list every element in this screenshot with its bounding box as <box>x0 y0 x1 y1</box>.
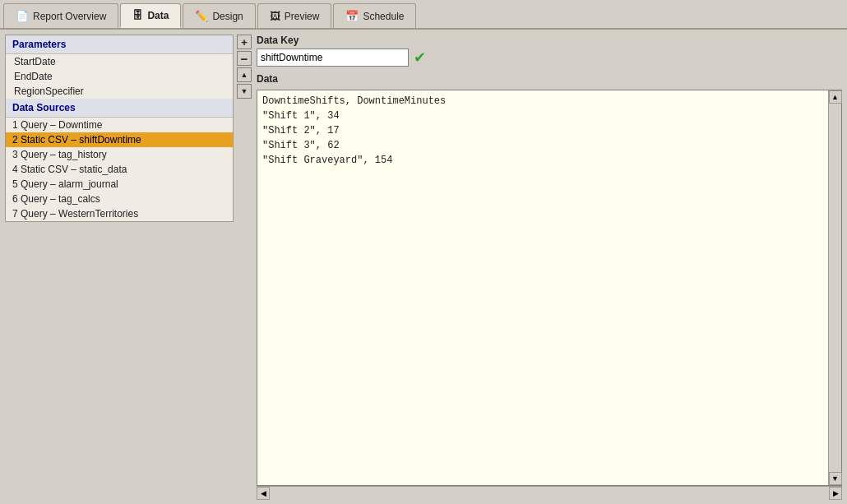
left-panel: Parameters StartDate EndDate RegionSpeci… <box>5 35 234 222</box>
tab-design[interactable]: ✏️ Design <box>183 3 255 28</box>
datasource-1[interactable]: 1 Query – Downtime <box>6 118 233 132</box>
data-key-input[interactable] <box>257 49 409 67</box>
tab-data-label: Data <box>147 10 169 21</box>
horizontal-scrollbar[interactable]: ◀ ▶ <box>257 486 842 499</box>
param-startdate[interactable]: StartDate <box>6 54 233 69</box>
datasource-2[interactable]: 2 Static CSV – shiftDowntime <box>6 132 233 147</box>
side-toolbar: + − ▲ ▼ <box>237 35 252 99</box>
tab-bar: 📄 Report Overview 🗄 Data ✏️ Design 🖼 Pre… <box>0 0 847 30</box>
tab-data[interactable]: 🗄 Data <box>120 3 181 28</box>
tab-report-overview[interactable]: 📄 Report Overview <box>3 3 118 28</box>
left-section: Parameters StartDate EndDate RegionSpeci… <box>5 35 252 499</box>
tab-design-label: Design <box>212 11 243 22</box>
data-content-area: DowntimeShifts, DowntimeMinutes "Shift 1… <box>257 90 842 499</box>
data-section-label: Data <box>257 73 842 85</box>
tab-schedule[interactable]: 📅 Schedule <box>333 3 416 28</box>
tab-schedule-label: Schedule <box>363 11 404 22</box>
data-icon: 🗄 <box>132 9 143 21</box>
datasource-7[interactable]: 7 Query – WesternTerritories <box>6 206 233 221</box>
scroll-track-h <box>270 487 829 499</box>
datasource-4[interactable]: 4 Static CSV – static_data <box>6 162 233 177</box>
data-key-section: Data Key ✔ <box>257 35 842 67</box>
scroll-down-arrow[interactable]: ▼ <box>829 472 842 485</box>
datasource-5[interactable]: 5 Query – alarm_journal <box>6 177 233 192</box>
preview-icon: 🖼 <box>270 10 280 22</box>
schedule-icon: 📅 <box>345 10 359 22</box>
scroll-left-arrow[interactable]: ◀ <box>257 487 270 500</box>
valid-check-icon: ✔ <box>414 49 426 67</box>
design-icon: ✏️ <box>195 10 208 22</box>
main-content: Parameters StartDate EndDate RegionSpeci… <box>0 30 847 504</box>
tab-report-overview-label: Report Overview <box>33 11 106 22</box>
tab-preview[interactable]: 🖼 Preview <box>257 3 332 28</box>
scroll-up-arrow[interactable]: ▲ <box>829 90 842 104</box>
tab-preview-label: Preview <box>285 11 320 22</box>
scroll-right-arrow[interactable]: ▶ <box>829 487 842 500</box>
param-regionspecifier[interactable]: RegionSpecifier <box>6 84 233 99</box>
add-button[interactable]: + <box>237 35 252 49</box>
remove-button[interactable]: − <box>237 51 252 66</box>
data-key-label: Data Key <box>257 35 842 46</box>
parameters-header: Parameters <box>6 35 233 54</box>
datasources-header: Data Sources <box>6 99 233 118</box>
down-button[interactable]: ▼ <box>237 84 252 99</box>
data-key-row: ✔ <box>257 49 842 67</box>
up-button[interactable]: ▲ <box>237 67 252 82</box>
vertical-scrollbar[interactable]: ▲ ▼ <box>828 90 841 485</box>
report-overview-icon: 📄 <box>16 10 29 22</box>
data-editor-wrapper: DowntimeShifts, DowntimeMinutes "Shift 1… <box>257 90 842 486</box>
data-textarea[interactable]: DowntimeShifts, DowntimeMinutes "Shift 1… <box>257 90 841 485</box>
right-panel: Data Key ✔ Data DowntimeShifts, Downtime… <box>257 35 842 499</box>
scroll-track-v <box>829 104 841 472</box>
datasource-3[interactable]: 3 Query – tag_history <box>6 147 233 162</box>
datasource-6[interactable]: 6 Query – tag_calcs <box>6 192 233 206</box>
param-enddate[interactable]: EndDate <box>6 69 233 84</box>
